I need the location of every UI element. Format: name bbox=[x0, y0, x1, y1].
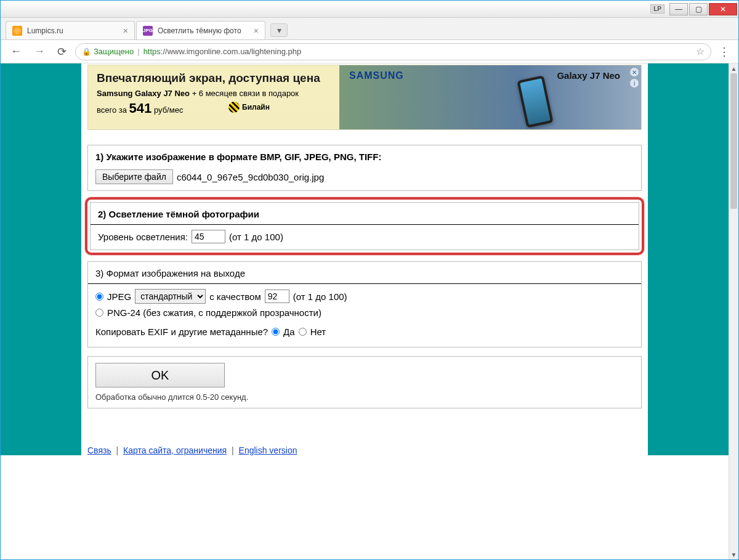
choose-file-button[interactable]: Выберите файл bbox=[95, 169, 173, 184]
jpeg-quality-label: с качеством bbox=[209, 291, 261, 302]
tab-label: Lumpics.ru bbox=[27, 26, 63, 35]
browser-menu-button[interactable]: ⋮ bbox=[716, 45, 732, 59]
page: Впечатляющий экран, доступная цена Samsu… bbox=[1, 63, 729, 559]
link-contact[interactable]: Связь bbox=[87, 445, 111, 455]
close-icon[interactable]: × bbox=[254, 26, 259, 36]
close-icon[interactable]: × bbox=[123, 26, 128, 36]
beeline-icon bbox=[228, 102, 240, 113]
exif-yes-radio[interactable] bbox=[272, 328, 280, 336]
chosen-file-name: c6044_0_967e5_9cd0b030_orig.jpg bbox=[177, 172, 324, 182]
highlight-box: 2) Осветление тёмной фотографии Уровень … bbox=[85, 197, 644, 255]
ad-price-value: 541 bbox=[129, 100, 152, 116]
tab-label: Осветлить тёмную фото bbox=[158, 26, 241, 35]
lock-icon: 🔒 bbox=[82, 47, 91, 56]
ad-text: Впечатляющий экран, доступная цена Samsu… bbox=[88, 65, 339, 129]
beeline-logo: Билайн bbox=[228, 102, 270, 113]
section-submit: OK Обработка обычно длится 0.5-20 секунд… bbox=[87, 356, 642, 408]
page-bg-left bbox=[1, 63, 81, 455]
ad-banner[interactable]: Впечатляющий экран, доступная цена Samsu… bbox=[87, 65, 642, 130]
exif-question: Копировать EXIF и другие метаданные? bbox=[95, 327, 268, 337]
browser-window: LP — ▢ ✕ Lumpics.ru × JPG Осветлить тёмн… bbox=[0, 0, 739, 560]
format-png-radio[interactable] bbox=[95, 309, 103, 317]
tab-strip: Lumpics.ru × JPG Осветлить тёмную фото ×… bbox=[1, 18, 738, 40]
ad-headline: Впечатляющий экран, доступная цена bbox=[97, 71, 331, 85]
window-titlebar: LP — ▢ ✕ bbox=[1, 1, 738, 18]
jpeg-label: JPEG bbox=[107, 291, 131, 302]
footer-links: Связь | Карта сайта, ограничения | Engli… bbox=[87, 445, 642, 455]
link-english[interactable]: English version bbox=[239, 445, 297, 455]
beeline-label: Билайн bbox=[242, 103, 270, 112]
window-maximize-button[interactable]: ▢ bbox=[689, 3, 708, 15]
bookmark-star-icon[interactable]: ☆ bbox=[696, 46, 705, 57]
browser-tab-imgonline[interactable]: JPG Осветлить тёмную фото × bbox=[136, 21, 265, 39]
toolbar: ← → ⟳ 🔒 Защищено | https ://www.imgonlin… bbox=[1, 40, 738, 63]
ok-button[interactable]: OK bbox=[95, 363, 225, 388]
browser-tab-lumpics[interactable]: Lumpics.ru × bbox=[6, 21, 135, 39]
divider: | bbox=[232, 445, 234, 455]
link-sitemap[interactable]: Карта сайта, ограничения bbox=[123, 445, 227, 455]
ad-product-name: Galaxy J7 Neo bbox=[557, 70, 620, 81]
level-label: Уровень осветления: bbox=[98, 232, 188, 242]
ad-price-pre: всего за bbox=[97, 105, 129, 115]
address-bar[interactable]: 🔒 Защищено | https ://www.imgonline.com.… bbox=[75, 43, 711, 60]
exif-no-label: Нет bbox=[310, 327, 326, 337]
forward-button[interactable]: → bbox=[30, 45, 49, 58]
phone-icon bbox=[517, 75, 553, 128]
scrollbar-track[interactable] bbox=[729, 73, 738, 550]
divider: | bbox=[116, 445, 119, 455]
ad-close-icon[interactable]: ✕ bbox=[630, 68, 639, 76]
viewport: Впечатляющий экран, доступная цена Samsu… bbox=[1, 63, 738, 559]
section-title: 1) Укажите изображение в формате BMP, GI… bbox=[95, 152, 381, 162]
level-hint: (от 1 до 100) bbox=[229, 232, 283, 242]
section-title: 2) Осветление тёмной фотографии bbox=[98, 209, 259, 219]
samsung-logo: SAMSUNG bbox=[349, 70, 404, 81]
divider: | bbox=[137, 47, 139, 56]
favicon-icon: JPG bbox=[143, 26, 153, 36]
url-scheme: https bbox=[143, 47, 161, 56]
ad-info-icon[interactable]: i bbox=[630, 79, 639, 87]
section-upload: 1) Укажите изображение в формате BMP, GI… bbox=[87, 145, 642, 191]
scroll-up-icon[interactable]: ▲ bbox=[729, 63, 738, 73]
window-minimize-button[interactable]: — bbox=[669, 3, 688, 15]
back-button[interactable]: ← bbox=[7, 45, 25, 58]
secure-label: Защищено bbox=[94, 47, 134, 56]
url-path: ://www.imgonline.com.ua/lightening.php bbox=[161, 47, 301, 56]
ad-price: всего за 541 руб/мес Билайн bbox=[97, 100, 331, 116]
section-output-format: 3) Формат изображения на выходе JPEG ста… bbox=[87, 261, 642, 347]
format-jpeg-radio[interactable] bbox=[95, 293, 103, 301]
favicon-icon bbox=[12, 26, 22, 36]
titlebar-badge: LP bbox=[650, 4, 664, 14]
exif-no-radio[interactable] bbox=[299, 328, 307, 336]
jpeg-mode-select[interactable]: стандартный bbox=[135, 289, 206, 304]
ad-price-suf: руб/мес bbox=[154, 105, 183, 115]
reload-button[interactable]: ⟳ bbox=[54, 45, 70, 59]
exif-yes-label: Да bbox=[283, 327, 295, 337]
section-lightening: 2) Осветление тёмной фотографии Уровень … bbox=[90, 202, 639, 250]
section-title: 3) Формат изображения на выходе bbox=[95, 268, 245, 278]
processing-note: Обработка обычно длится 0.5-20 секунд. bbox=[95, 392, 634, 402]
new-tab-button[interactable]: ▾ bbox=[270, 23, 288, 37]
divider bbox=[88, 283, 641, 284]
vertical-scrollbar[interactable]: ▲ ▼ bbox=[729, 63, 738, 559]
page-bg-right bbox=[648, 63, 729, 455]
ad-subline: Samsung Galaxy J7 Neo + 6 месяцев связи … bbox=[97, 89, 331, 98]
ad-image: SAMSUNG Galaxy J7 Neo ✕ i bbox=[339, 65, 641, 129]
scroll-down-icon[interactable]: ▼ bbox=[729, 550, 738, 559]
png-label: PNG-24 (без сжатия, с поддержкой прозрач… bbox=[107, 307, 321, 318]
page-content: Впечатляющий экран, доступная цена Samsu… bbox=[81, 63, 648, 455]
window-close-button[interactable]: ✕ bbox=[709, 3, 737, 15]
jpeg-quality-hint: (от 1 до 100) bbox=[293, 291, 347, 302]
divider bbox=[91, 224, 639, 225]
lightening-level-input[interactable] bbox=[192, 230, 225, 243]
jpeg-quality-input[interactable] bbox=[265, 290, 289, 303]
scrollbar-thumb[interactable] bbox=[730, 73, 737, 209]
